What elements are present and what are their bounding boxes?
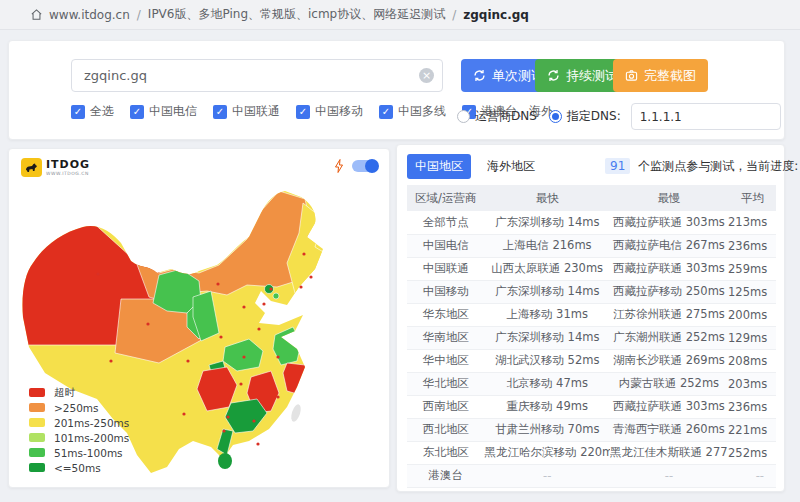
legend-label: >250ms	[54, 402, 99, 414]
itdog-logo: ITDOG WWW.ITDOG.CN	[21, 158, 90, 177]
dns-radio[interactable]: 运营商DNS	[457, 108, 537, 125]
checkbox-label: 中国移动	[315, 103, 363, 120]
breadcrumb: www.itdog.cn / IPV6版、多地Ping、常规版、icmp协议、网…	[0, 0, 800, 30]
cell-fastest: 上海电信 216ms	[484, 234, 609, 257]
legend-color-swatch	[29, 403, 45, 412]
breadcrumb-separator: /	[452, 8, 456, 22]
cell-slowest: 黑龙江佳木斯联通 277ms	[610, 441, 728, 464]
radio-label: 运营商DNS	[475, 108, 537, 125]
table-row[interactable]: 华东地区 上海移动 31ms 江苏徐州联通 275ms 200ms	[407, 303, 776, 326]
dog-icon	[21, 158, 42, 177]
cell-average: 252ms	[728, 441, 776, 464]
table-row[interactable]: 全部节点 广东深圳移动 14ms 西藏拉萨联通 303ms 213ms	[407, 211, 776, 234]
test-control-card: × 单次测试 持续测试 完整截图 ✓ 全选 ✓ 中国电信 ✓ 中国联通	[8, 40, 785, 140]
home-icon	[30, 8, 43, 21]
isp-checkbox[interactable]: ✓ 中国联通	[213, 103, 280, 120]
radio-icon	[549, 110, 562, 123]
cell-average: 236ms	[728, 395, 776, 418]
close-icon[interactable]: ×	[419, 68, 434, 83]
cell-average: 213ms	[728, 211, 776, 234]
cell-slowest: 西藏拉萨联通 303ms	[610, 211, 728, 234]
cell-fastest: 重庆移动 49ms	[484, 395, 609, 418]
map-toggle[interactable]	[352, 160, 377, 172]
legend-color-swatch	[29, 418, 45, 427]
continuous-test-label: 持续测试	[566, 67, 618, 85]
checkbox-label: 中国联通	[232, 103, 280, 120]
cell-fastest: --	[484, 464, 609, 487]
legend-color-swatch	[29, 388, 45, 397]
cell-average: 125ms	[728, 280, 776, 303]
breadcrumb-path[interactable]: IPV6版、多地Ping、常规版、icmp协议、网络延迟测试	[148, 6, 445, 23]
dns-address-input[interactable]	[631, 103, 781, 130]
cell-fastest: 山西太原联通 230ms	[484, 257, 609, 280]
cell-fastest: 北京移动 47ms	[484, 372, 609, 395]
cell-region: 华北地区	[407, 372, 484, 395]
cell-average: 200ms	[728, 303, 776, 326]
cell-average: 259ms	[728, 257, 776, 280]
legend-color-swatch	[29, 448, 45, 457]
isp-checkbox[interactable]: ✓ 全选	[71, 103, 114, 120]
cell-average: 203ms	[728, 372, 776, 395]
tab-china-region[interactable]: 中国地区	[407, 154, 471, 179]
refresh-icon	[547, 69, 560, 82]
dns-options-row: 运营商DNS 指定DNS:	[457, 103, 781, 130]
table-row[interactable]: 华北地区 北京移动 47ms 内蒙古联通 252ms 203ms	[407, 372, 776, 395]
checkbox-label: 全选	[90, 103, 114, 120]
latency-results-table: 区域/运营商 最快 最慢 平均 全部节点 广东深圳移动 14ms 西藏拉萨联通 …	[407, 185, 776, 488]
camera-icon	[625, 69, 638, 82]
table-row[interactable]: 东北地区 黑龙江哈尔滨移动 220ms 黑龙江佳木斯联通 277ms 252ms	[407, 441, 776, 464]
legend-item: 201ms-250ms	[29, 415, 129, 430]
cell-average: --	[728, 464, 776, 487]
cell-slowest: 广东潮州联通 252ms	[610, 326, 728, 349]
table-row[interactable]: 西南地区 重庆移动 49ms 西藏拉萨联通 303ms 236ms	[407, 395, 776, 418]
full-screenshot-button[interactable]: 完整截图	[613, 59, 708, 92]
cell-region: 中国移动	[407, 280, 484, 303]
legend-label: 101ms-200ms	[54, 432, 129, 444]
legend-item: 超时	[29, 385, 129, 400]
cell-fastest: 黑龙江哈尔滨移动 220ms	[484, 441, 609, 464]
checkbox-check-icon: ✓	[213, 105, 227, 119]
breadcrumb-separator: /	[137, 8, 141, 22]
lightning-icon	[334, 159, 344, 173]
latency-legend: 超时 >250ms 201ms-250ms 101ms-200ms 51ms-1…	[29, 385, 129, 475]
cell-slowest: --	[610, 464, 728, 487]
legend-color-swatch	[29, 433, 45, 442]
dns-radio[interactable]: 指定DNS:	[549, 108, 621, 125]
cell-fastest: 甘肃兰州移动 70ms	[484, 418, 609, 441]
table-row[interactable]: 中国电信 上海电信 216ms 西藏拉萨电信 267ms 236ms	[407, 234, 776, 257]
logo-subtitle: WWW.ITDOG.CN	[46, 172, 90, 177]
taiwan-island	[289, 403, 302, 423]
isp-checkbox[interactable]: ✓ 中国电信	[130, 103, 197, 120]
cell-slowest: 内蒙古联通 252ms	[610, 372, 728, 395]
cell-fastest: 湖北武汉移动 52ms	[484, 349, 609, 372]
radio-icon	[457, 110, 470, 123]
table-row[interactable]: 华南地区 广东深圳移动 14ms 广东潮州联通 252ms 129ms	[407, 326, 776, 349]
checkbox-check-icon: ✓	[296, 105, 310, 119]
cell-region: 东北地区	[407, 441, 484, 464]
breadcrumb-site[interactable]: www.itdog.cn	[49, 8, 130, 22]
checkbox-check-icon: ✓	[130, 105, 144, 119]
cell-region: 华中地区	[407, 349, 484, 372]
full-screenshot-label: 完整截图	[644, 67, 696, 85]
cell-region: 华南地区	[407, 326, 484, 349]
cell-average: 129ms	[728, 326, 776, 349]
cell-fastest: 广东深圳移动 14ms	[484, 211, 609, 234]
table-row[interactable]: 中国联通 山西太原联通 230ms 西藏拉萨联通 303ms 259ms	[407, 257, 776, 280]
table-row[interactable]: 中国移动 广东深圳移动 14ms 西藏拉萨移动 250ms 125ms	[407, 280, 776, 303]
cell-slowest: 江苏徐州联通 275ms	[610, 303, 728, 326]
logo-title: ITDOG	[46, 159, 90, 170]
table-row[interactable]: 西北地区 甘肃兰州移动 70ms 青海西宁联通 260ms 221ms	[407, 418, 776, 441]
hainan-island	[218, 453, 232, 469]
header-region: 区域/运营商	[407, 185, 484, 211]
target-host-input[interactable]	[71, 59, 443, 92]
table-row[interactable]: 港澳台 -- -- --	[407, 464, 776, 487]
cell-fastest: 广东深圳移动 14ms	[484, 326, 609, 349]
tab-overseas-region[interactable]: 海外地区	[479, 154, 543, 179]
isp-checkbox[interactable]: ✓ 中国多线	[379, 103, 446, 120]
cell-region: 中国联通	[407, 257, 484, 280]
cell-slowest: 西藏拉萨移动 250ms	[610, 280, 728, 303]
cell-slowest: 西藏拉萨电信 267ms	[610, 234, 728, 257]
cell-average: 221ms	[728, 418, 776, 441]
isp-checkbox[interactable]: ✓ 中国移动	[296, 103, 363, 120]
table-row[interactable]: 华中地区 湖北武汉移动 52ms 湖南长沙联通 269ms 208ms	[407, 349, 776, 372]
